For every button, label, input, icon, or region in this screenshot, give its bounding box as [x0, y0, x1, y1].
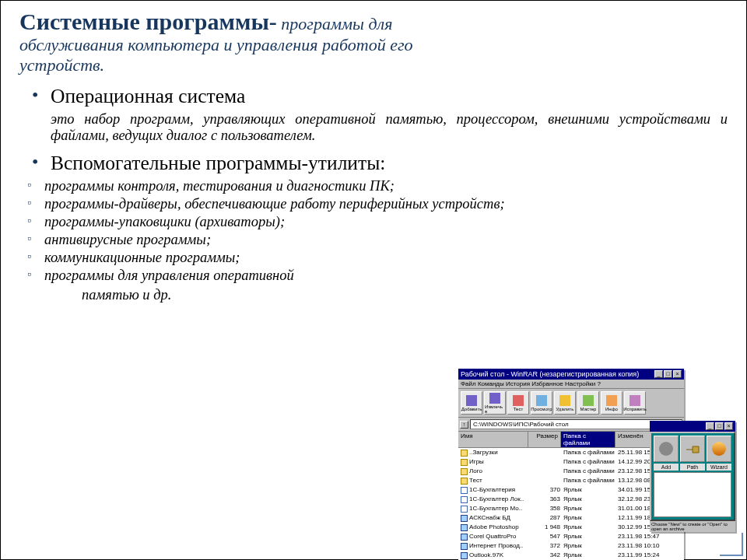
sub-item: программы для управления оперативной	[23, 268, 728, 284]
bullet-utilities: Вспомогательные программы-утилиты:	[51, 152, 728, 175]
toolbar-button[interactable]: Удалить	[554, 391, 576, 415]
sub-item: коммуникационные программы;	[23, 250, 728, 266]
table-row[interactable]: Outlook.97K342Ярлык23.11.99 15:24	[458, 551, 684, 560]
sub-item: программы-упаковщики (архиваторы);	[23, 214, 728, 230]
memory-tail: памятью и др.	[82, 287, 728, 303]
bullet-os: Операционная система	[51, 85, 728, 108]
cap-path: Path	[680, 464, 705, 471]
slide: Системные программы- программы для обслу…	[0, 0, 747, 560]
close-icon[interactable]: ×	[724, 422, 733, 430]
col-type[interactable]: Папка с файлами	[561, 432, 615, 447]
slide-corner-deco	[720, 533, 743, 556]
toolbar-button[interactable]: Инфо	[601, 391, 622, 415]
cap-add: Add	[654, 464, 679, 471]
main-list: Операционная система	[19, 85, 728, 108]
col-size[interactable]: Размер	[528, 432, 561, 447]
title-sub-3: устройств.	[19, 55, 104, 75]
title-sub-2: обслуживания компьютера и управления раб…	[19, 35, 412, 54]
title-main: Системные программы-	[19, 9, 277, 34]
title-sub-1: программы для	[277, 14, 393, 33]
title-block: Системные программы- программы для обслу…	[19, 9, 728, 75]
sub-item: программы контроля, тестирования и диагн…	[23, 178, 728, 194]
toolbar-button[interactable]: Извлечь в	[484, 391, 506, 415]
col-name[interactable]: Имя	[458, 432, 528, 447]
maximize-icon[interactable]: □	[664, 370, 672, 378]
sub-item: антивирусные программы;	[23, 232, 728, 248]
toolbar-button[interactable]: Тест	[507, 391, 529, 415]
bullet-os-label: Операционная система	[51, 85, 245, 107]
add-cell[interactable]	[654, 436, 679, 462]
maximize-icon[interactable]: □	[715, 422, 724, 430]
table-row[interactable]: Corel QuattroPro547Ярлык23.11.98 15:47	[458, 532, 684, 541]
wizard-cell[interactable]	[707, 436, 731, 462]
os-description: это набор программ, управляющих оператив…	[51, 111, 728, 144]
sub-item: программы-драйверы, обеспечивающие работ…	[23, 196, 728, 212]
toolbar-button[interactable]: Просмотр	[531, 391, 552, 415]
close-icon[interactable]: ×	[673, 370, 682, 378]
toolbar: ДобавитьИзвлечь вТестПросмотрУдалитьМаст…	[458, 389, 684, 418]
up-icon[interactable]: ↑	[460, 421, 468, 429]
window-title: Рабочий стол - WinRAR (незарегистрирован…	[461, 370, 639, 378]
minimize-icon[interactable]: _	[706, 422, 714, 430]
cap-wizard: Wizard	[707, 464, 731, 471]
utility-sublist: программы контроля, тестирования и диагн…	[19, 178, 728, 284]
key-icon	[685, 442, 700, 456]
toolbar-button[interactable]: Добавить	[461, 391, 482, 415]
path-cell[interactable]	[680, 436, 705, 462]
menubar[interactable]: Файл Команды История Избранное Настройки…	[458, 380, 684, 389]
window2-titlebar: _ □ ×	[650, 421, 735, 432]
toolbar-button[interactable]: Мастер	[577, 391, 599, 415]
table-row[interactable]: Интернет Провод..372Ярлык23.11.98 10:10	[458, 541, 684, 551]
toolbar-button[interactable]: Исправить	[624, 391, 646, 415]
window-titlebar: Рабочий стол - WinRAR (незарегистрирован…	[458, 369, 684, 380]
bullet-util-label: Вспомогательные программы-утилиты:	[51, 152, 385, 174]
main-list-2: Вспомогательные программы-утилиты:	[19, 152, 728, 175]
minimize-icon[interactable]: _	[654, 370, 663, 378]
archive-browser-screenshot: _ □ × Add Path Wizard Choose "New" to cr…	[650, 421, 735, 532]
status-bar-2: Choose "New" to create or "Open" to open…	[650, 521, 735, 532]
